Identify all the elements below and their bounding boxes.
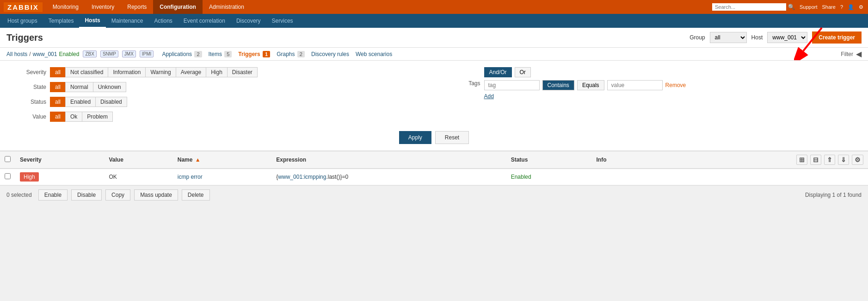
status-badge: Enabled: [511, 174, 531, 180]
severity-all-btn[interactable]: all: [50, 67, 66, 77]
host-select[interactable]: www_001: [767, 32, 807, 43]
nav-reports[interactable]: Reports: [121, 0, 153, 14]
th-status: Status: [506, 151, 592, 169]
equals-btn[interactable]: Equals: [577, 80, 604, 90]
filter-toggle-icon[interactable]: ◀: [856, 50, 862, 58]
severity-disaster-btn[interactable]: Disaster: [227, 67, 258, 77]
status-enabled-btn[interactable]: Enabled: [65, 97, 96, 107]
subnav-maintenance[interactable]: Maintenance: [106, 14, 149, 28]
state-filter-row: State all Normal Unknown: [9, 82, 425, 92]
user-icon[interactable]: 👤: [848, 4, 854, 10]
enable-button[interactable]: Enable: [38, 189, 68, 201]
severity-information-btn[interactable]: Information: [108, 67, 146, 77]
state-buttons: all Normal Unknown: [50, 82, 126, 92]
logo-text: ZABBIX: [7, 3, 39, 11]
state-unknown-btn[interactable]: Unknown: [93, 82, 126, 92]
remove-tag-link[interactable]: Remove: [665, 82, 686, 88]
tag-or-btn[interactable]: Or: [515, 67, 531, 77]
nav-configuration[interactable]: Configuration: [153, 0, 203, 14]
subnav-event-correlation[interactable]: Event correlation: [178, 14, 231, 28]
tab-applications[interactable]: Applications 2: [162, 51, 202, 57]
displaying-count: Displaying 1 of 1 found: [805, 192, 862, 198]
subnav-actions[interactable]: Actions: [148, 14, 178, 28]
badge-zbx: ZBX: [83, 50, 96, 57]
reset-button[interactable]: Reset: [435, 131, 469, 144]
disable-button[interactable]: Disable: [71, 189, 102, 201]
page-header: Triggers Group all Host www_001 Create t…: [0, 28, 868, 48]
hostname-link[interactable]: www_001: [33, 51, 57, 57]
value-ok-btn[interactable]: Ok: [65, 112, 82, 122]
nav-monitoring[interactable]: Monitoring: [46, 0, 85, 14]
page-controls: Group all Host www_001 Create trigger: [689, 31, 862, 44]
export-icon[interactable]: ⇑: [824, 155, 835, 165]
row-info-cell: [592, 169, 648, 185]
tag-name-input[interactable]: [484, 80, 540, 90]
th-value: Value: [105, 151, 173, 169]
share-link[interactable]: Share: [822, 4, 836, 10]
badge-ipmi: IPMI: [140, 50, 154, 57]
filter-actions: Apply Reset: [9, 131, 859, 144]
table-settings-icon[interactable]: ⚙: [852, 155, 863, 165]
tab-discovery-rules[interactable]: Discovery rules: [311, 51, 349, 57]
row-checkbox[interactable]: [5, 173, 11, 179]
search-icon[interactable]: 🔍: [788, 4, 795, 10]
badge-applications: 2: [194, 51, 202, 57]
zabbix-logo[interactable]: ZABBIX: [0, 2, 46, 12]
table-action-icons: ⊞ ⊟ ⇑ ⇓ ⚙: [653, 155, 863, 165]
severity-not-classified-btn[interactable]: Not classified: [65, 67, 108, 77]
subnav-services[interactable]: Services: [266, 14, 299, 28]
state-normal-btn[interactable]: Normal: [65, 82, 93, 92]
status-all-btn[interactable]: all: [50, 97, 66, 107]
th-info: Info: [592, 151, 648, 169]
tab-triggers[interactable]: Triggers 1: [238, 51, 270, 57]
contains-btn[interactable]: Contains: [542, 80, 574, 90]
mass-update-button[interactable]: Mass update: [134, 189, 178, 201]
group-select[interactable]: all: [710, 32, 747, 43]
value-problem-btn[interactable]: Problem: [82, 112, 113, 122]
th-name[interactable]: Name ▲: [173, 151, 272, 169]
help-icon[interactable]: ?: [840, 4, 843, 10]
sort-asc-icon: ▲: [195, 157, 201, 163]
status-disabled-btn[interactable]: Disabled: [95, 97, 127, 107]
tag-value-input[interactable]: [607, 80, 663, 90]
add-tag-link[interactable]: Add: [484, 93, 494, 100]
subnav-discovery[interactable]: Discovery: [231, 14, 266, 28]
tab-items[interactable]: Items 5: [209, 51, 232, 57]
severity-high-btn[interactable]: High: [206, 67, 228, 77]
row-value-cell: OK: [105, 169, 173, 185]
subnav-host-groups[interactable]: Host groups: [2, 14, 43, 28]
severity-average-btn[interactable]: Average: [176, 67, 206, 77]
search-input[interactable]: [712, 3, 786, 11]
state-all-btn[interactable]: all: [50, 82, 66, 92]
breadcrumb: All hosts / www_001 Enabled ZBX SNMP JMX…: [0, 48, 868, 61]
create-trigger-button[interactable]: Create trigger: [812, 31, 862, 44]
expression-host-link[interactable]: www_001:icmpping: [278, 174, 326, 180]
bottom-bar: 0 selected Enable Disable Copy Mass upda…: [0, 185, 868, 204]
value-all-btn[interactable]: all: [50, 112, 66, 122]
copy-button[interactable]: Copy: [105, 189, 130, 201]
th-actions: ⊞ ⊟ ⇑ ⇓ ⚙: [648, 151, 868, 169]
tag-input-row: Contains Equals Remove: [484, 80, 686, 90]
trigger-name-link[interactable]: icmp error: [178, 174, 203, 180]
delete-button[interactable]: Delete: [182, 189, 210, 201]
nav-inventory[interactable]: Inventory: [85, 0, 121, 14]
filter-main: Severity all Not classified Information …: [9, 67, 859, 126]
selected-count: 0 selected: [6, 192, 32, 198]
row-severity-cell: High: [15, 169, 105, 185]
settings-icon[interactable]: ⚙: [859, 4, 863, 10]
all-hosts-link[interactable]: All hosts: [6, 51, 27, 57]
tab-web-scenarios[interactable]: Web scenarios: [356, 51, 392, 57]
severity-warning-btn[interactable]: Warning: [145, 67, 176, 77]
collapse-icon[interactable]: ⊟: [810, 155, 821, 165]
severity-label: Severity: [9, 69, 46, 75]
tag-andor-btn[interactable]: And/Or: [484, 67, 512, 77]
subnav-hosts[interactable]: Hosts: [79, 14, 105, 28]
select-all-checkbox[interactable]: [5, 156, 11, 162]
apply-button[interactable]: Apply: [399, 131, 431, 144]
expand-icon[interactable]: ⊞: [796, 155, 807, 165]
support-link[interactable]: Support: [800, 4, 818, 10]
subnav-templates[interactable]: Templates: [43, 14, 80, 28]
import-icon[interactable]: ⇓: [838, 155, 849, 165]
nav-administration[interactable]: Administration: [203, 0, 251, 14]
tab-graphs[interactable]: Graphs 2: [277, 51, 305, 57]
